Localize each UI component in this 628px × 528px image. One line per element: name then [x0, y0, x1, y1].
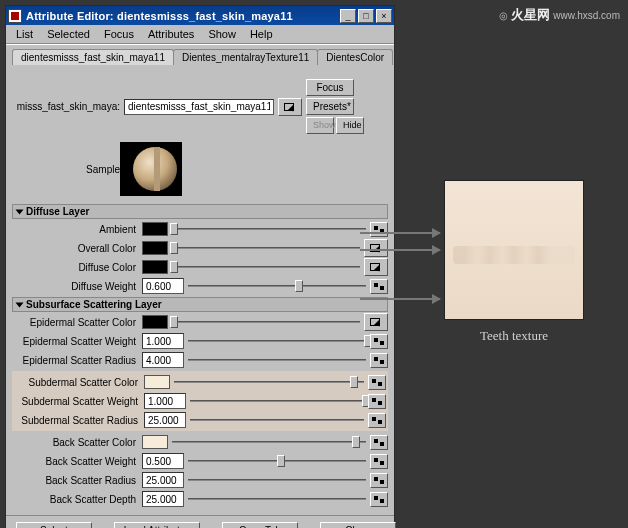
- tab-shader[interactable]: dientesmisss_fast_skin_maya11: [12, 49, 174, 65]
- tab-texture[interactable]: Dientes_mentalrayTexture11: [173, 49, 318, 65]
- close-button[interactable]: Close: [320, 522, 396, 528]
- annotation-arrow: [360, 249, 440, 251]
- close-window-button[interactable]: ×: [376, 9, 392, 23]
- sample-swatch[interactable]: [132, 146, 178, 192]
- back-radius-map[interactable]: [370, 473, 388, 488]
- maximize-button[interactable]: □: [358, 9, 374, 23]
- teeth-texture-label: Teeth texture: [444, 328, 584, 344]
- tab-color[interactable]: DientesColor: [317, 49, 393, 65]
- ambient-slider[interactable]: [170, 222, 368, 236]
- epidermal-radius[interactable]: [142, 352, 184, 368]
- menu-show[interactable]: Show: [202, 27, 242, 41]
- back-radius[interactable]: [142, 472, 184, 488]
- watermark: ◎火星网www.hxsd.com: [499, 6, 620, 24]
- diffuse-weight[interactable]: [142, 278, 184, 294]
- titlebar[interactable]: Attribute Editor: dientesmisss_fast_skin…: [6, 6, 394, 25]
- collapse-icon: [16, 302, 24, 307]
- menu-list[interactable]: List: [10, 27, 39, 41]
- diffuse-weight-slider[interactable]: [186, 279, 368, 293]
- sub-radius-map[interactable]: [368, 413, 386, 428]
- node-name-row: misss_fast_skin_maya: Focus Presets* Sho…: [12, 79, 388, 134]
- epidermal-weight[interactable]: [142, 333, 184, 349]
- overall-map[interactable]: [364, 239, 388, 257]
- select-button[interactable]: Select: [16, 522, 92, 528]
- diffuse-header[interactable]: Diffuse Layer: [12, 204, 388, 219]
- sub-color-map[interactable]: [368, 375, 386, 390]
- epi-weight-map[interactable]: [370, 334, 388, 349]
- panel-body: misss_fast_skin_maya: Focus Presets* Sho…: [6, 65, 394, 515]
- show-button[interactable]: Show: [306, 117, 334, 134]
- io-button[interactable]: [278, 98, 302, 116]
- sub-weight-map[interactable]: [368, 394, 386, 409]
- presets-button[interactable]: Presets*: [306, 98, 354, 115]
- load-attributes-button[interactable]: Load Attributes: [114, 522, 200, 528]
- overall-slider[interactable]: [170, 241, 362, 255]
- diffuse-weight-map[interactable]: [370, 279, 388, 294]
- minimize-button[interactable]: _: [340, 9, 356, 23]
- subdermal-color[interactable]: [144, 375, 170, 389]
- overall-color[interactable]: [142, 241, 168, 255]
- sss-header[interactable]: Subsurface Scattering Layer: [12, 297, 388, 312]
- hide-button[interactable]: Hide: [336, 117, 364, 134]
- teeth-texture-preview: [444, 180, 584, 320]
- back-color-map[interactable]: [370, 435, 388, 450]
- window-title: Attribute Editor: dientesmisss_fast_skin…: [26, 10, 338, 22]
- back-weight-map[interactable]: [370, 454, 388, 469]
- node-type-label: misss_fast_skin_maya:: [12, 101, 120, 112]
- ambient-color[interactable]: [142, 222, 168, 236]
- menu-attributes[interactable]: Attributes: [142, 27, 200, 41]
- diffuse-color[interactable]: [142, 260, 168, 274]
- sample-label: Sample: [12, 164, 120, 175]
- node-name-field[interactable]: [124, 99, 274, 115]
- subdermal-radius[interactable]: [144, 412, 186, 428]
- annotation-arrow: [360, 232, 440, 234]
- tab-bar: dientesmisss_fast_skin_maya11 Dientes_me…: [6, 45, 394, 65]
- back-weight[interactable]: [142, 453, 184, 469]
- back-depth-map[interactable]: [370, 492, 388, 507]
- epidermal-color[interactable]: [142, 315, 168, 329]
- focus-button[interactable]: Focus: [306, 79, 354, 96]
- menu-help[interactable]: Help: [244, 27, 279, 41]
- back-color[interactable]: [142, 435, 168, 449]
- subdermal-weight[interactable]: [144, 393, 186, 409]
- attribute-editor-window: Attribute Editor: dientesmisss_fast_skin…: [5, 5, 395, 528]
- back-depth[interactable]: [142, 491, 184, 507]
- diffuse-map[interactable]: [364, 258, 388, 276]
- menu-bar: List Selected Focus Attributes Show Help: [6, 25, 394, 43]
- app-icon: [8, 9, 22, 23]
- epidermal-slider[interactable]: [170, 315, 362, 329]
- copy-tab-button[interactable]: Copy Tab: [222, 522, 298, 528]
- diffuse-slider[interactable]: [170, 260, 362, 274]
- annotation-arrow: [360, 298, 440, 300]
- epidermal-map[interactable]: [364, 313, 388, 331]
- ambient-map[interactable]: [370, 222, 388, 237]
- footer-buttons: Select Load Attributes Copy Tab Close: [6, 515, 394, 528]
- menu-focus[interactable]: Focus: [98, 27, 140, 41]
- sample-row: Sample: [12, 142, 388, 196]
- epi-radius-map[interactable]: [370, 353, 388, 368]
- collapse-icon: [16, 209, 24, 214]
- menu-selected[interactable]: Selected: [41, 27, 96, 41]
